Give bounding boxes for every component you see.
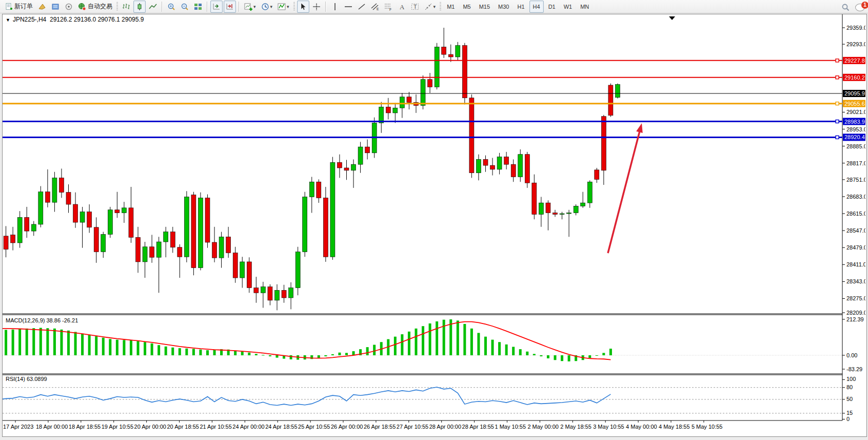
line-handle-marker[interactable] — [836, 136, 839, 139]
line-handle-marker[interactable] — [836, 59, 839, 62]
candlestick-button[interactable] — [133, 1, 146, 13]
time-tick-label: 1 May 10:55 — [495, 424, 526, 430]
macd-histogram-bar — [199, 350, 202, 355]
bear-candle — [73, 204, 78, 222]
price-tick-label: 28683.0 — [846, 194, 865, 200]
macd-scale-label: 0.00 — [846, 352, 857, 358]
bull-candle — [435, 47, 439, 87]
macd-histogram-bar — [95, 336, 97, 355]
bull-candle — [379, 107, 384, 123]
drawing-tools-group: E F A T ▾ — [297, 1, 439, 13]
data-window-button[interactable] — [49, 1, 62, 13]
vertical-line-button[interactable] — [329, 1, 341, 13]
timeframe-button-m15[interactable]: M15 — [476, 1, 494, 13]
bull-candle — [143, 247, 147, 262]
horizontal-line-button[interactable] — [342, 1, 354, 13]
rsi-scale-label: 100 — [846, 376, 856, 382]
trade-group: 新订单 自动交易 — [2, 1, 115, 13]
shapes-dropdown[interactable]: ▾ — [422, 1, 438, 13]
crosshair-button[interactable] — [310, 1, 323, 13]
bull-candle — [351, 164, 356, 170]
macd-histogram-bar — [109, 339, 111, 355]
crosshair-icon — [312, 3, 321, 11]
macd-histogram-bar — [157, 345, 160, 355]
timeframe-button-mn[interactable]: MN — [577, 1, 593, 13]
timeframe-button-h4[interactable]: H4 — [529, 1, 544, 13]
market-watch-button[interactable] — [36, 1, 48, 13]
text-button[interactable]: A — [396, 1, 408, 13]
line-handle-marker[interactable] — [836, 102, 839, 105]
price-tick-label: 28885.0 — [846, 143, 865, 149]
profiles-dropdown[interactable]: ▾ — [259, 1, 275, 13]
arrow-shaft[interactable] — [608, 128, 640, 253]
macd-histogram-bar — [394, 337, 397, 355]
macd-scale-label: 212.39 — [846, 316, 864, 322]
time-tick-label: 24 Apr 00:00 — [232, 424, 264, 430]
macd-histogram-bar — [540, 355, 542, 356]
new-order-button[interactable]: 新订单 — [3, 1, 35, 13]
time-tick-label: 18 Apr 18:55 — [69, 424, 101, 430]
line-handle-marker[interactable] — [836, 120, 839, 123]
time-tick-label: 2 May 18:55 — [560, 424, 591, 430]
timeframe-button-m30[interactable]: M30 — [495, 1, 512, 13]
chart-shift-button[interactable] — [224, 1, 236, 13]
bear-candle — [553, 213, 558, 215]
autotrading-label: 自动交易 — [88, 2, 112, 11]
trend-arrow[interactable] — [608, 123, 643, 253]
price-axis[interactable]: 29359.029293.029021.028953.028885.028817… — [842, 25, 865, 316]
search-button[interactable] — [839, 1, 852, 13]
timeframe-button-w1[interactable]: W1 — [560, 1, 576, 13]
bear-candle — [177, 247, 182, 257]
fibonacci-button[interactable]: F — [382, 1, 394, 13]
arrow-head — [636, 123, 643, 133]
bull-candle — [261, 287, 265, 293]
zoom-in-button[interactable] — [165, 1, 177, 13]
time-axis[interactable]: 17 Apr 202318 Apr 00:0018 Apr 18:5519 Ap… — [3, 420, 722, 430]
indicators-dropdown[interactable]: ▾ — [275, 1, 291, 13]
autotrading-button[interactable]: 自动交易 — [76, 1, 114, 13]
price-tag-label: 29095.9 — [844, 90, 865, 97]
timeframe-button-d1[interactable]: D1 — [545, 1, 559, 13]
timeframe-button-h1[interactable]: H1 — [514, 1, 528, 13]
notifications-button[interactable]: 1 — [855, 4, 865, 11]
macd-histogram-bar — [331, 354, 334, 355]
text-label-button[interactable]: T — [409, 1, 421, 13]
bull-candle — [80, 212, 85, 222]
timeframe-button-m5[interactable]: M5 — [459, 1, 474, 13]
tile-windows-icon — [194, 3, 202, 11]
price-tick-label: 28479.0 — [846, 244, 865, 251]
macd-histogram-bar — [443, 320, 445, 355]
vertical-line-icon — [331, 3, 339, 11]
line-chart-button[interactable] — [147, 1, 159, 13]
dropdown-triangle-icon[interactable] — [669, 16, 675, 20]
rsi-scale-label: 15 — [846, 410, 853, 416]
price-tick-label: 28751.0 — [846, 177, 865, 183]
zoom-out-button[interactable] — [179, 1, 191, 13]
navigator-button[interactable] — [63, 1, 75, 13]
macd-histogram-bar — [241, 352, 244, 355]
chart-canvas[interactable]: 29359.029293.029021.028953.028885.028817… — [3, 14, 865, 435]
macd-histogram-bar — [470, 329, 473, 355]
new-chart-dropdown[interactable]: ▾ — [242, 1, 258, 13]
macd-histogram-bar — [185, 349, 188, 355]
bar-chart-button[interactable] — [120, 1, 132, 13]
macd-histogram-bar — [262, 355, 264, 355]
toolbar-drag-handle[interactable] — [116, 2, 118, 11]
auto-scroll-button[interactable] — [210, 1, 223, 13]
bull-candle — [295, 252, 300, 288]
toolbar-drag-handle[interactable] — [440, 2, 441, 11]
rsi-pane: 1008050150 — [3, 376, 856, 422]
trendline-button[interactable] — [356, 1, 368, 13]
timeframe-group: M1M5M15M30H1H4D1W1MN — [443, 1, 593, 13]
bear-candle — [129, 208, 133, 237]
channel-button[interactable]: E — [369, 1, 381, 13]
line-chart-icon — [149, 3, 157, 11]
price-tag-label: 28920.4 — [844, 134, 865, 140]
price-tag-label: 28983.9 — [844, 119, 865, 125]
toolbar-drag-handle[interactable] — [293, 2, 295, 11]
timeframe-button-m1[interactable]: M1 — [443, 1, 458, 13]
macd-histogram-bar — [561, 355, 563, 361]
cursor-button[interactable] — [297, 1, 309, 13]
line-handle-marker[interactable] — [836, 76, 839, 79]
tile-windows-button[interactable] — [192, 1, 204, 13]
